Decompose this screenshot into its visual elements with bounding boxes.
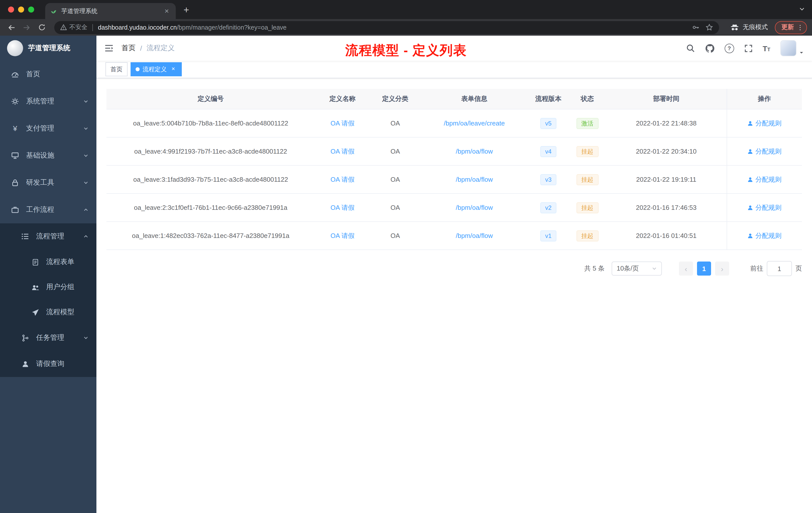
table-row: oa_leave:5:004b710b-7b8a-11ec-8ef0-acde4…: [107, 109, 802, 137]
window-minimize-button[interactable]: [18, 6, 24, 12]
fullscreen-icon[interactable]: [744, 44, 753, 53]
search-icon[interactable]: [686, 44, 695, 53]
sidebar-item-process-model[interactable]: 流程模型: [0, 300, 96, 325]
url-text: dashboard.yudao.iocoder.cn/bpm/manager/d…: [98, 24, 687, 31]
version-badge: v3: [540, 174, 556, 185]
new-tab-button[interactable]: +: [180, 4, 193, 17]
tag-home[interactable]: 首页: [106, 62, 127, 76]
assign-rule-link[interactable]: 分配规则: [748, 175, 782, 184]
table-row: oa_leave:4:991f2193-7b7f-11ec-a3c8-acde4…: [107, 137, 802, 165]
security-warning[interactable]: 不安全: [60, 23, 87, 32]
col-operation: 操作: [727, 89, 802, 109]
breadcrumb-home-link[interactable]: 首页: [121, 44, 136, 53]
tag-process-definition[interactable]: 流程定义 ×: [130, 62, 182, 76]
definition-category: OA: [370, 137, 420, 165]
form-link[interactable]: /bpm/oa/flow: [456, 148, 493, 155]
person-icon: [748, 120, 754, 126]
browser-tab[interactable]: 芋道管理系统 ×: [45, 3, 176, 19]
next-page-button[interactable]: ›: [715, 262, 729, 276]
user-group-icon: [31, 283, 39, 291]
definition-category: OA: [370, 193, 420, 221]
sidebar-item-task-management[interactable]: 任务管理: [0, 325, 96, 351]
workflow-submenu: 流程管理 流程表单 用户分组: [0, 223, 96, 377]
goto-suffix: 页: [795, 264, 802, 273]
page-number-1[interactable]: 1: [697, 262, 711, 276]
chevron-down-icon: [652, 266, 657, 271]
sidebar-item-process-form[interactable]: 流程表单: [0, 249, 96, 275]
version-badge: v4: [540, 146, 556, 157]
user-menu[interactable]: [780, 40, 804, 56]
definition-id: oa_leave:1:482ec033-762a-11ec-8477-a2380…: [107, 221, 315, 250]
form-link[interactable]: /bpm/oa/flow: [456, 232, 493, 239]
status-badge: 激活: [576, 118, 598, 129]
github-icon[interactable]: [705, 43, 714, 53]
help-icon[interactable]: ?: [724, 43, 734, 53]
chevron-down-icon: [83, 335, 88, 340]
window-close-button[interactable]: [8, 6, 14, 12]
chevron-down-icon: [83, 153, 88, 158]
definition-name-link[interactable]: OA 请假: [330, 119, 354, 127]
table-header-row: 定义编号 定义名称 定义分类 表单信息 流程版本 状态 部署时间 操作: [107, 89, 802, 109]
definition-category: OA: [370, 221, 420, 250]
main-content: 定义编号 定义名称 定义分类 表单信息 流程版本 状态 部署时间 操作 oa_l: [96, 78, 812, 513]
sidebar-item-workflow[interactable]: 工作流程: [0, 196, 96, 223]
definition-name-link[interactable]: OA 请假: [330, 147, 354, 155]
active-dot: [136, 67, 140, 71]
forward-button[interactable]: [20, 21, 33, 34]
bookmark-star-icon[interactable]: [705, 24, 713, 31]
sidebar-item-devtools[interactable]: 研发工具: [0, 169, 96, 196]
definition-id: oa_leave:5:004b710b-7b8a-11ec-8ef0-acde4…: [107, 109, 315, 137]
sidebar-item-payment[interactable]: ¥ 支付管理: [0, 115, 96, 142]
sidebar-item-user-group[interactable]: 用户分组: [0, 275, 96, 300]
deploy-time: 2022-01-22 19:19:11: [606, 165, 727, 193]
password-key-icon[interactable]: [692, 24, 699, 31]
yen-icon: ¥: [11, 124, 19, 132]
assign-rule-link[interactable]: 分配规则: [748, 203, 782, 212]
reload-button[interactable]: [35, 21, 48, 34]
font-size-icon[interactable]: TT: [762, 44, 770, 52]
browser-menu-icon[interactable]: ⋮: [797, 25, 804, 30]
form-icon: [31, 258, 39, 266]
version-badge: v5: [540, 118, 556, 129]
tab-title: 芋道管理系统: [61, 7, 159, 15]
chevron-down-icon: [83, 99, 88, 104]
page-size-select[interactable]: 10条/页: [612, 262, 662, 276]
incognito-indicator: 无痕模式: [730, 23, 768, 32]
avatar[interactable]: [780, 40, 796, 56]
gear-icon: [11, 97, 19, 105]
sidebar-item-leave-query[interactable]: 请假查询: [0, 351, 96, 377]
definition-name-link[interactable]: OA 请假: [330, 175, 354, 183]
person-icon: [21, 360, 29, 368]
definition-name-link[interactable]: OA 请假: [330, 204, 354, 211]
sidebar-collapse-button[interactable]: [96, 43, 121, 53]
prev-page-button[interactable]: ‹: [679, 262, 693, 276]
assign-rule-link[interactable]: 分配规则: [748, 147, 782, 156]
form-link[interactable]: /bpm/oa/leave/create: [444, 119, 505, 127]
window-zoom-button[interactable]: [28, 6, 34, 12]
deploy-time: 2022-01-16 01:40:51: [606, 221, 727, 250]
back-button[interactable]: [5, 21, 18, 34]
breadcrumb: 首页 / 流程定义: [121, 44, 175, 53]
sidebar-item-system[interactable]: 系统管理: [0, 88, 96, 115]
form-link[interactable]: /bpm/oa/flow: [456, 204, 493, 211]
tag-close-icon[interactable]: ×: [170, 66, 177, 73]
tags-view-bar: 首页 流程定义 ×: [96, 61, 812, 78]
deploy-time: 2022-01-16 17:46:53: [606, 193, 727, 221]
annotation-title: 流程模型 - 定义列表: [345, 42, 467, 59]
person-icon: [748, 176, 754, 182]
sidebar-item-infrastructure[interactable]: 基础设施: [0, 142, 96, 169]
sidebar-item-home[interactable]: 首页: [0, 61, 96, 88]
assign-rule-link[interactable]: 分配规则: [748, 119, 782, 128]
table-row: oa_leave:2:3c1f0ef1-76b1-11ec-9c66-a2380…: [107, 193, 802, 221]
assign-rule-link[interactable]: 分配规则: [748, 231, 782, 240]
col-process-version: 流程版本: [528, 89, 569, 109]
tab-close-icon[interactable]: ×: [163, 7, 171, 15]
address-bar[interactable]: 不安全 dashboard.yudao.iocoder.cn/bpm/manag…: [54, 21, 719, 34]
goto-page-input[interactable]: [767, 261, 792, 276]
pagination: 共 5 条 10条/页 ‹ 1 › 前往 页: [107, 261, 802, 276]
sidebar-item-process-management[interactable]: 流程管理: [0, 223, 96, 249]
tab-search-chevron-icon[interactable]: [799, 6, 805, 12]
form-link[interactable]: /bpm/oa/flow: [456, 176, 493, 183]
browser-update-button[interactable]: 更新 ⋮: [775, 21, 807, 34]
definition-name-link[interactable]: OA 请假: [330, 232, 354, 239]
